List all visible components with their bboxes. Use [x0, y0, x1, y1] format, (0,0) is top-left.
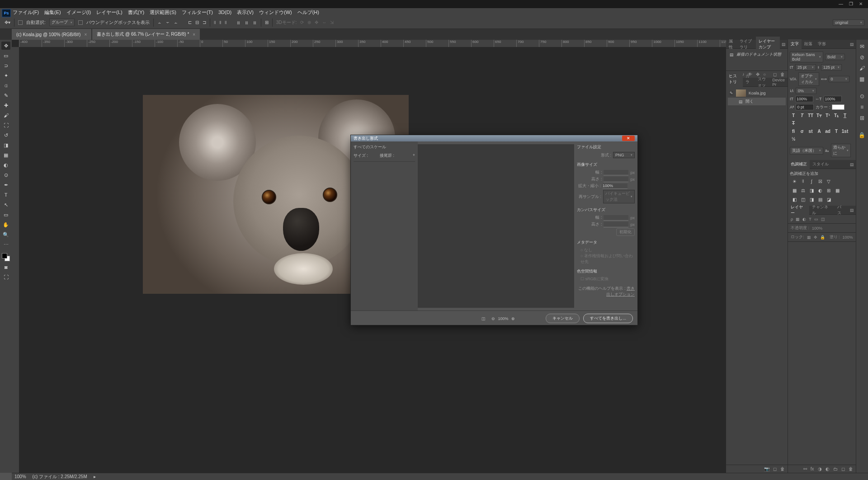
baseline-shift-input[interactable] — [796, 104, 814, 110]
doc-tab-close-icon[interactable]: × — [193, 32, 195, 37]
minimize-button[interactable]: — — [838, 1, 844, 7]
quickmask-tool[interactable]: ◙ — [1, 263, 10, 271]
move-tool-icon[interactable]: ✥▾ — [5, 20, 10, 25]
filter-adj-icon[interactable]: ◐ — [802, 217, 806, 221]
edit-toolbar[interactable]: ⋯ — [1, 240, 10, 249]
distribute-5-icon[interactable]: ⫼ — [245, 20, 249, 25]
wand-tool[interactable]: ✦ — [1, 71, 10, 80]
subscript-button[interactable]: T₁ — [833, 112, 840, 118]
history-brush-tool[interactable]: ↺ — [1, 131, 10, 139]
tab-adjustments[interactable]: 色調補正 — [788, 160, 810, 169]
cancel-button[interactable]: キャンセル — [546, 314, 580, 323]
auto-select-checkbox[interactable] — [18, 20, 23, 25]
collapsed-icon-3[interactable]: 🖌 — [858, 64, 866, 72]
width-input[interactable] — [604, 170, 628, 175]
dialog-titlebar[interactable]: 書き出し形式 ✕ — [351, 135, 637, 141]
panel-menu-icon[interactable]: ▤ — [848, 208, 856, 212]
marquee-tool[interactable]: ▭ — [1, 52, 10, 60]
filter-shape-icon[interactable]: ▭ — [814, 217, 818, 221]
allcaps-button[interactable]: TT — [807, 112, 814, 118]
zoom-status[interactable]: 100% — [14, 474, 26, 479]
reset-button[interactable]: 初期化 — [616, 228, 635, 236]
collapsed-icon-6[interactable]: ≡ — [858, 103, 866, 111]
metadata-copyright-radio[interactable]: ○ 著作権情報および問い合わせ先 — [580, 253, 635, 265]
align-right-icon[interactable]: ⊐ — [203, 20, 206, 25]
opentype-7[interactable]: 1st — [841, 128, 849, 134]
menu-layer[interactable]: レイヤー(L) — [96, 9, 122, 16]
tab-character[interactable]: 文字 — [788, 39, 802, 49]
canvas-width-input[interactable] — [604, 215, 628, 221]
font-family-dropdown[interactable]: Kelson Sans Bold▾ — [790, 52, 823, 62]
crop-tool[interactable]: ⟃ — [1, 81, 10, 89]
status-arrow-icon[interactable]: ▸ — [94, 474, 96, 479]
layer-fx-icon[interactable]: fx — [811, 466, 814, 471]
adj-balance-icon[interactable]: ⚖ — [799, 187, 807, 193]
adj-lookup-icon[interactable]: ▦ — [834, 187, 841, 193]
opentype-4[interactable]: A — [816, 128, 823, 134]
italic-button[interactable]: T — [798, 112, 806, 118]
distribute-4-icon[interactable]: ⫼ — [236, 20, 241, 25]
adj-exposure-icon[interactable]: ☒ — [816, 178, 824, 184]
doc-tab-1[interactable]: (c) Koala.jpg @ 100% (RGB/8#) × — [12, 29, 91, 40]
layers-panel-body[interactable]: ⚯ fx ◑ ◐ 🗀 ◻ 🗑 — [788, 242, 856, 473]
menu-window[interactable]: ウィンドウ(W) — [259, 9, 292, 16]
smallcaps-button[interactable]: Tᴛ — [816, 112, 823, 118]
menu-type[interactable]: 書式(Y) — [128, 9, 145, 16]
adj-selective-icon[interactable]: ◪ — [825, 196, 832, 202]
language-dropdown[interactable]: 英語（米国）▾ — [790, 147, 823, 155]
foreground-background-color[interactable] — [2, 253, 10, 261]
text-color-swatch[interactable] — [832, 104, 844, 110]
align-top-icon[interactable]: ⫠ — [157, 20, 162, 25]
zoom-level[interactable]: 100% — [500, 315, 506, 322]
adj-posterize-icon[interactable]: ◫ — [799, 196, 807, 202]
opentype-2[interactable]: σ — [798, 128, 806, 134]
new-layer-icon[interactable]: ◻ — [841, 466, 845, 471]
preview-2up-icon[interactable]: ◫ — [480, 315, 486, 322]
distribute-6-icon[interactable]: ⫼ — [253, 20, 257, 25]
font-size-input[interactable]: 25 pt▾ — [795, 64, 816, 71]
lasso-tool[interactable]: ⊃ — [1, 61, 10, 70]
add-scale-button[interactable]: + — [413, 153, 415, 159]
antialiasing-dropdown[interactable]: 滑らかに▾ — [831, 144, 851, 157]
panel-menu-icon[interactable]: ▤ — [848, 42, 856, 47]
height-input[interactable] — [604, 177, 628, 182]
link-layers-icon[interactable]: ⚯ — [803, 466, 807, 471]
doc-tab-close-icon[interactable]: × — [84, 32, 87, 37]
dialog-close-button[interactable]: ✕ — [622, 136, 635, 141]
auto-align-icon[interactable]: ⊞ — [265, 20, 269, 25]
opentype-8[interactable]: ½ — [790, 136, 797, 142]
strikethrough-button[interactable]: T — [790, 120, 797, 126]
underline-button[interactable]: T — [841, 112, 849, 118]
adj-vibrance-icon[interactable]: ▽ — [825, 178, 832, 184]
panel-menu-icon[interactable]: ▤ — [780, 42, 788, 47]
adj-brightness-icon[interactable]: ☀ — [791, 178, 798, 184]
stamp-tool[interactable]: ⛶ — [1, 121, 10, 129]
export-all-button[interactable]: すべてを書き出し... — [583, 314, 633, 323]
move-tool[interactable]: ✥ — [1, 42, 10, 50]
vscale-input[interactable] — [795, 96, 813, 102]
history-source-checkbox[interactable]: ✎ — [730, 91, 733, 95]
opentype-5[interactable]: ad — [824, 128, 831, 134]
history-item-label[interactable]: Koala.jpg — [749, 91, 766, 95]
leading-input[interactable]: 125 pt▾ — [821, 64, 842, 71]
srgb-checkbox[interactable]: ☐ sRGBに変換 — [580, 276, 635, 282]
align-bot-icon[interactable]: ⫠ — [174, 20, 178, 25]
healing-tool[interactable]: ✚ — [1, 101, 10, 109]
font-style-dropdown[interactable]: Bold▾ — [825, 54, 845, 60]
opentype-3[interactable]: st — [807, 128, 814, 134]
filter-type-icon[interactable]: ρ — [791, 217, 793, 221]
opentype-6[interactable]: T — [833, 128, 840, 134]
shape-tool[interactable]: ▭ — [1, 211, 10, 219]
adj-levels-icon[interactable]: ⫴ — [799, 178, 807, 184]
distribute-2-icon[interactable]: ⫴ — [219, 20, 221, 25]
collapsed-icon-7[interactable]: ⊞ — [858, 114, 866, 122]
menu-edit[interactable]: 編集(E) — [44, 9, 61, 16]
collapsed-icon-2[interactable]: ⊘ — [858, 53, 866, 61]
scale-input[interactable] — [603, 184, 627, 189]
doc-tab-2[interactable]: 書き出し形式 @ 66.7% (レイヤー 2, RGB/8) * × — [92, 29, 200, 40]
zoom-tool[interactable]: 🔍 — [1, 231, 10, 239]
resample-dropdown[interactable]: バイキュービック法▾ — [603, 190, 635, 203]
menu-3d[interactable]: 3D(D) — [218, 9, 231, 15]
bold-button[interactable]: T — [790, 112, 797, 118]
doc-info-status[interactable]: (c) ファイル : 2.25M/2.25M — [33, 474, 87, 480]
